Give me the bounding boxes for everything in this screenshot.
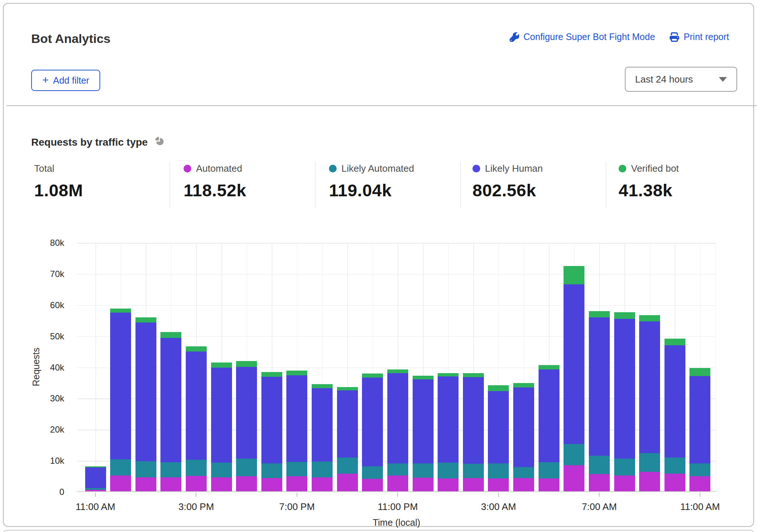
bar-100pm[interactable] bbox=[135, 317, 156, 491]
bar-segment-verified-bot[interactable] bbox=[387, 369, 408, 373]
bar-200pm[interactable] bbox=[160, 332, 181, 491]
bar-800pm[interactable] bbox=[312, 384, 333, 491]
bar-segment-automated[interactable] bbox=[513, 478, 534, 491]
bar-segment-automated[interactable] bbox=[236, 476, 257, 491]
bar-segment-likely-automated[interactable] bbox=[186, 460, 207, 475]
bar-segment-verified-bot[interactable] bbox=[589, 311, 610, 317]
bar-segment-likely-automated[interactable] bbox=[564, 444, 584, 465]
bar-segment-automated[interactable] bbox=[261, 478, 282, 491]
bar-segment-likely-automated[interactable] bbox=[413, 463, 434, 477]
bar-segment-likely-automated[interactable] bbox=[387, 463, 408, 475]
bar-segment-verified-bot[interactable] bbox=[539, 365, 559, 369]
bar-segment-likely-automated[interactable] bbox=[689, 463, 710, 477]
bar-900am[interactable] bbox=[639, 315, 660, 491]
bar-600pm[interactable] bbox=[261, 372, 282, 491]
bar-segment-automated[interactable] bbox=[589, 474, 610, 491]
bar-segment-automated[interactable] bbox=[413, 478, 434, 491]
bar-segment-automated[interactable] bbox=[135, 477, 156, 491]
bar-1100am[interactable] bbox=[689, 368, 710, 491]
bar-segment-verified-bot[interactable] bbox=[337, 387, 358, 390]
bar-segment-automated[interactable] bbox=[564, 465, 584, 491]
bar-segment-likely-human[interactable] bbox=[438, 376, 459, 463]
bar-400am[interactable] bbox=[513, 383, 534, 491]
bar-segment-likely-human[interactable] bbox=[160, 338, 181, 462]
bar-100am[interactable] bbox=[438, 373, 459, 492]
bar-segment-likely-automated[interactable] bbox=[362, 466, 383, 479]
bar-segment-automated[interactable] bbox=[438, 478, 459, 491]
bar-1000pm[interactable] bbox=[362, 374, 383, 491]
bar-segment-verified-bot[interactable] bbox=[488, 385, 509, 391]
bar-800am[interactable] bbox=[614, 312, 635, 491]
bar-segment-verified-bot[interactable] bbox=[110, 309, 131, 313]
bar-segment-automated[interactable] bbox=[664, 474, 685, 491]
bar-segment-likely-automated[interactable] bbox=[261, 463, 282, 478]
bar-1200pm[interactable] bbox=[110, 309, 131, 491]
bar-segment-verified-bot[interactable] bbox=[186, 346, 207, 351]
bar-segment-likely-automated[interactable] bbox=[539, 462, 559, 478]
bar-segment-likely-automated[interactable] bbox=[135, 461, 156, 477]
bar-200am[interactable] bbox=[463, 373, 484, 492]
bar-segment-verified-bot[interactable] bbox=[312, 384, 333, 388]
bar-segment-likely-automated[interactable] bbox=[286, 462, 307, 476]
bar-segment-automated[interactable] bbox=[160, 477, 181, 491]
bar-1200am[interactable] bbox=[413, 376, 434, 491]
bar-segment-likely-human[interactable] bbox=[664, 345, 685, 458]
bar-900pm[interactable] bbox=[337, 387, 358, 491]
bar-segment-verified-bot[interactable] bbox=[261, 372, 282, 377]
bar-segment-verified-bot[interactable] bbox=[211, 362, 232, 368]
bar-segment-likely-automated[interactable] bbox=[589, 456, 610, 474]
bar-segment-likely-automated[interactable] bbox=[463, 464, 484, 478]
bar-segment-automated[interactable] bbox=[211, 477, 232, 491]
print-report-link[interactable]: Print report bbox=[670, 32, 729, 42]
bar-segment-likely-human[interactable] bbox=[689, 376, 710, 463]
bar-segment-likely-human[interactable] bbox=[564, 284, 584, 444]
bar-segment-verified-bot[interactable] bbox=[286, 371, 307, 376]
bar-segment-verified-bot[interactable] bbox=[664, 339, 685, 345]
bar-segment-likely-automated[interactable] bbox=[513, 467, 534, 478]
bar-segment-automated[interactable] bbox=[312, 477, 333, 491]
time-range-dropdown[interactable]: Last 24 hours bbox=[625, 67, 737, 92]
bar-segment-likely-human[interactable] bbox=[463, 377, 484, 464]
bar-segment-likely-human[interactable] bbox=[135, 323, 156, 461]
bar-segment-likely-automated[interactable] bbox=[488, 463, 509, 479]
bar-segment-verified-bot[interactable] bbox=[614, 312, 635, 319]
bar-segment-likely-human[interactable] bbox=[413, 379, 434, 463]
bar-segment-likely-human[interactable] bbox=[614, 319, 635, 459]
bar-segment-likely-human[interactable] bbox=[85, 467, 106, 488]
bar-segment-verified-bot[interactable] bbox=[639, 315, 660, 321]
bar-segment-likely-automated[interactable] bbox=[312, 462, 333, 477]
bar-segment-likely-automated[interactable] bbox=[236, 459, 257, 476]
bar-500pm[interactable] bbox=[236, 361, 257, 491]
bar-segment-verified-bot[interactable] bbox=[438, 373, 459, 376]
bar-segment-verified-bot[interactable] bbox=[564, 266, 584, 285]
bar-700am[interactable] bbox=[589, 311, 610, 491]
bar-segment-verified-bot[interactable] bbox=[513, 383, 534, 387]
bar-segment-likely-human[interactable] bbox=[261, 377, 282, 464]
bar-segment-automated[interactable] bbox=[362, 479, 383, 491]
bar-segment-automated[interactable] bbox=[85, 490, 106, 491]
bar-segment-likely-human[interactable] bbox=[337, 390, 358, 458]
bar-segment-verified-bot[interactable] bbox=[135, 317, 156, 323]
bar-segment-automated[interactable] bbox=[614, 475, 635, 491]
bar-1100am[interactable] bbox=[85, 466, 106, 491]
bar-segment-automated[interactable] bbox=[337, 474, 358, 491]
bar-300am[interactable] bbox=[488, 385, 509, 491]
bar-segment-automated[interactable] bbox=[539, 478, 559, 491]
bar-segment-likely-human[interactable] bbox=[387, 373, 408, 463]
bar-segment-likely-human[interactable] bbox=[236, 367, 257, 459]
bar-segment-verified-bot[interactable] bbox=[362, 374, 383, 378]
bar-segment-verified-bot[interactable] bbox=[236, 361, 257, 367]
bar-segment-verified-bot[interactable] bbox=[689, 368, 710, 376]
bar-segment-likely-automated[interactable] bbox=[614, 459, 635, 475]
add-filter-button[interactable]: + Add filter bbox=[31, 70, 100, 91]
bar-segment-automated[interactable] bbox=[186, 476, 207, 491]
bar-segment-likely-human[interactable] bbox=[513, 387, 534, 467]
bar-segment-automated[interactable] bbox=[286, 476, 307, 491]
bar-segment-likely-automated[interactable] bbox=[337, 458, 358, 473]
bar-segment-likely-human[interactable] bbox=[186, 351, 207, 460]
bar-segment-verified-bot[interactable] bbox=[413, 376, 434, 379]
bar-segment-likely-human[interactable] bbox=[286, 375, 307, 462]
bar-600am[interactable] bbox=[564, 266, 584, 491]
bar-segment-automated[interactable] bbox=[463, 478, 484, 491]
bar-segment-likely-human[interactable] bbox=[211, 368, 232, 463]
